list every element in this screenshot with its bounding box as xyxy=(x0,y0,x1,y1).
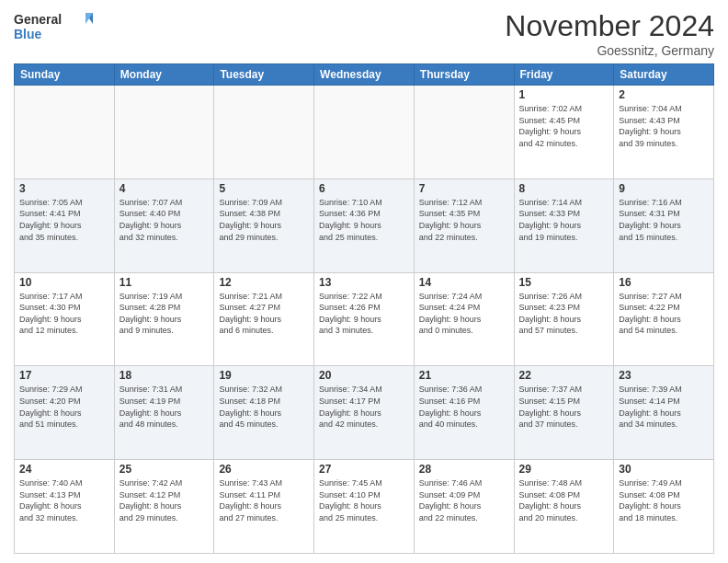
day-number: 28 xyxy=(419,463,509,476)
weekday-header-monday: Monday xyxy=(114,64,214,86)
calendar-cell xyxy=(314,86,415,179)
day-info: Sunrise: 7:29 AMSunset: 4:20 PMDaylight:… xyxy=(19,384,109,430)
day-info: Sunrise: 7:31 AMSunset: 4:19 PMDaylight:… xyxy=(119,384,210,430)
calendar-cell: 15Sunrise: 7:26 AMSunset: 4:23 PMDayligh… xyxy=(514,272,614,366)
calendar-cell: 16Sunrise: 7:27 AMSunset: 4:22 PMDayligh… xyxy=(614,272,714,366)
calendar-cell: 4Sunrise: 7:07 AMSunset: 4:40 PMDaylight… xyxy=(114,178,214,272)
month-title: November 2024 xyxy=(505,9,714,43)
calendar-cell: 25Sunrise: 7:42 AMSunset: 4:12 PMDayligh… xyxy=(114,460,214,554)
day-info: Sunrise: 7:21 AMSunset: 4:27 PMDaylight:… xyxy=(219,291,309,337)
day-number: 14 xyxy=(419,276,509,289)
day-number: 16 xyxy=(619,276,709,289)
calendar-cell: 26Sunrise: 7:43 AMSunset: 4:11 PMDayligh… xyxy=(214,460,314,554)
day-info: Sunrise: 7:46 AMSunset: 4:09 PMDaylight:… xyxy=(419,477,509,523)
day-info: Sunrise: 7:42 AMSunset: 4:12 PMDaylight:… xyxy=(119,477,210,523)
day-info: Sunrise: 7:10 AMSunset: 4:36 PMDaylight:… xyxy=(319,197,409,243)
day-info: Sunrise: 7:12 AMSunset: 4:35 PMDaylight:… xyxy=(419,197,509,243)
day-info: Sunrise: 7:14 AMSunset: 4:33 PMDaylight:… xyxy=(519,197,609,243)
day-number: 26 xyxy=(219,463,309,476)
calendar-cell: 18Sunrise: 7:31 AMSunset: 4:19 PMDayligh… xyxy=(114,366,214,460)
weekday-header-thursday: Thursday xyxy=(414,64,514,86)
calendar-cell: 28Sunrise: 7:46 AMSunset: 4:09 PMDayligh… xyxy=(414,460,514,554)
page-header: General Blue November 2024 Goessnitz, Ge… xyxy=(14,9,714,58)
day-info: Sunrise: 7:37 AMSunset: 4:15 PMDaylight:… xyxy=(519,384,609,430)
calendar-cell: 30Sunrise: 7:49 AMSunset: 4:08 PMDayligh… xyxy=(614,460,714,554)
day-info: Sunrise: 7:07 AMSunset: 4:40 PMDaylight:… xyxy=(119,197,210,243)
day-number: 2 xyxy=(619,88,709,101)
day-number: 9 xyxy=(619,182,709,195)
day-info: Sunrise: 7:34 AMSunset: 4:17 PMDaylight:… xyxy=(319,384,409,430)
day-number: 20 xyxy=(319,369,409,382)
calendar-cell: 14Sunrise: 7:24 AMSunset: 4:24 PMDayligh… xyxy=(414,272,514,366)
day-number: 6 xyxy=(319,182,409,195)
day-number: 8 xyxy=(519,182,609,195)
day-info: Sunrise: 7:19 AMSunset: 4:28 PMDaylight:… xyxy=(119,291,210,337)
day-number: 5 xyxy=(219,182,309,195)
day-number: 17 xyxy=(19,369,109,382)
calendar-cell: 21Sunrise: 7:36 AMSunset: 4:16 PMDayligh… xyxy=(414,366,514,460)
day-number: 10 xyxy=(19,276,109,289)
day-number: 11 xyxy=(119,276,210,289)
weekday-header-saturday: Saturday xyxy=(614,64,714,86)
calendar-header-row: SundayMondayTuesdayWednesdayThursdayFrid… xyxy=(15,64,714,86)
calendar: SundayMondayTuesdayWednesdayThursdayFrid… xyxy=(14,63,714,554)
title-section: November 2024 Goessnitz, Germany xyxy=(505,9,714,58)
day-number: 23 xyxy=(619,369,709,382)
calendar-cell: 24Sunrise: 7:40 AMSunset: 4:13 PMDayligh… xyxy=(15,460,115,554)
calendar-cell: 22Sunrise: 7:37 AMSunset: 4:15 PMDayligh… xyxy=(514,366,614,460)
day-number: 30 xyxy=(619,463,709,476)
location: Goessnitz, Germany xyxy=(505,43,714,58)
calendar-cell: 8Sunrise: 7:14 AMSunset: 4:33 PMDaylight… xyxy=(514,178,614,272)
day-info: Sunrise: 7:09 AMSunset: 4:38 PMDaylight:… xyxy=(219,197,309,243)
day-number: 3 xyxy=(19,182,109,195)
weekday-header-friday: Friday xyxy=(514,64,614,86)
day-number: 22 xyxy=(519,369,609,382)
calendar-cell xyxy=(414,86,514,179)
day-info: Sunrise: 7:27 AMSunset: 4:22 PMDaylight:… xyxy=(619,291,709,337)
calendar-cell: 6Sunrise: 7:10 AMSunset: 4:36 PMDaylight… xyxy=(314,178,415,272)
calendar-cell: 2Sunrise: 7:04 AMSunset: 4:43 PMDaylight… xyxy=(614,86,714,179)
calendar-cell: 9Sunrise: 7:16 AMSunset: 4:31 PMDaylight… xyxy=(614,178,714,272)
day-info: Sunrise: 7:39 AMSunset: 4:14 PMDaylight:… xyxy=(619,384,709,430)
day-number: 25 xyxy=(119,463,210,476)
day-info: Sunrise: 7:49 AMSunset: 4:08 PMDaylight:… xyxy=(619,477,709,523)
calendar-cell: 11Sunrise: 7:19 AMSunset: 4:28 PMDayligh… xyxy=(114,272,214,366)
logo: General Blue xyxy=(14,9,97,44)
logo-svg: General Blue xyxy=(14,9,97,44)
day-info: Sunrise: 7:26 AMSunset: 4:23 PMDaylight:… xyxy=(519,291,609,337)
day-number: 18 xyxy=(119,369,210,382)
day-info: Sunrise: 7:04 AMSunset: 4:43 PMDaylight:… xyxy=(619,103,709,149)
day-number: 29 xyxy=(519,463,609,476)
calendar-cell: 19Sunrise: 7:32 AMSunset: 4:18 PMDayligh… xyxy=(214,366,314,460)
calendar-week-row: 17Sunrise: 7:29 AMSunset: 4:20 PMDayligh… xyxy=(15,366,714,460)
calendar-cell xyxy=(214,86,314,179)
day-info: Sunrise: 7:16 AMSunset: 4:31 PMDaylight:… xyxy=(619,197,709,243)
day-info: Sunrise: 7:02 AMSunset: 4:45 PMDaylight:… xyxy=(519,103,609,149)
weekday-header-tuesday: Tuesday xyxy=(214,64,314,86)
calendar-cell: 5Sunrise: 7:09 AMSunset: 4:38 PMDaylight… xyxy=(214,178,314,272)
calendar-week-row: 1Sunrise: 7:02 AMSunset: 4:45 PMDaylight… xyxy=(15,86,714,179)
day-info: Sunrise: 7:40 AMSunset: 4:13 PMDaylight:… xyxy=(19,477,109,523)
calendar-cell: 10Sunrise: 7:17 AMSunset: 4:30 PMDayligh… xyxy=(15,272,115,366)
day-number: 21 xyxy=(419,369,509,382)
calendar-cell xyxy=(114,86,214,179)
day-info: Sunrise: 7:32 AMSunset: 4:18 PMDaylight:… xyxy=(219,384,309,430)
calendar-week-row: 3Sunrise: 7:05 AMSunset: 4:41 PMDaylight… xyxy=(15,178,714,272)
calendar-cell: 7Sunrise: 7:12 AMSunset: 4:35 PMDaylight… xyxy=(414,178,514,272)
day-info: Sunrise: 7:17 AMSunset: 4:30 PMDaylight:… xyxy=(19,291,109,337)
day-info: Sunrise: 7:45 AMSunset: 4:10 PMDaylight:… xyxy=(319,477,409,523)
weekday-header-sunday: Sunday xyxy=(15,64,115,86)
calendar-cell: 13Sunrise: 7:22 AMSunset: 4:26 PMDayligh… xyxy=(314,272,415,366)
calendar-week-row: 10Sunrise: 7:17 AMSunset: 4:30 PMDayligh… xyxy=(15,272,714,366)
weekday-header-wednesday: Wednesday xyxy=(314,64,415,86)
day-number: 4 xyxy=(119,182,210,195)
day-info: Sunrise: 7:48 AMSunset: 4:08 PMDaylight:… xyxy=(519,477,609,523)
calendar-cell: 20Sunrise: 7:34 AMSunset: 4:17 PMDayligh… xyxy=(314,366,415,460)
day-info: Sunrise: 7:36 AMSunset: 4:16 PMDaylight:… xyxy=(419,384,509,430)
calendar-week-row: 24Sunrise: 7:40 AMSunset: 4:13 PMDayligh… xyxy=(15,460,714,554)
day-number: 24 xyxy=(19,463,109,476)
calendar-cell: 23Sunrise: 7:39 AMSunset: 4:14 PMDayligh… xyxy=(614,366,714,460)
day-info: Sunrise: 7:24 AMSunset: 4:24 PMDaylight:… xyxy=(419,291,509,337)
day-number: 1 xyxy=(519,88,609,101)
calendar-cell: 3Sunrise: 7:05 AMSunset: 4:41 PMDaylight… xyxy=(15,178,115,272)
